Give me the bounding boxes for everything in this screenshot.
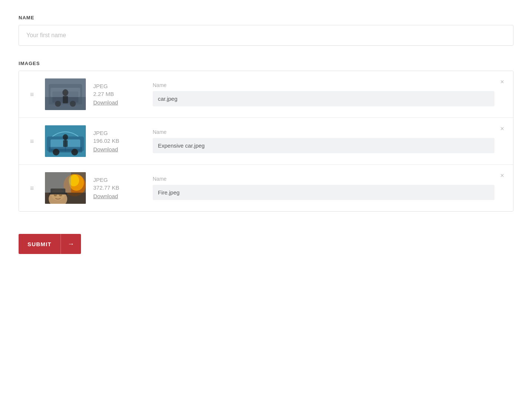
image-meta: JPEG 196.02 KB Download <box>93 130 142 153</box>
drag-handle[interactable]: ≡ <box>19 138 45 145</box>
field-label: Name <box>153 82 494 88</box>
image-meta: JPEG 2.27 MB Download <box>93 83 142 106</box>
remove-button[interactable]: × <box>499 77 506 87</box>
image-size: 2.27 MB <box>93 91 142 97</box>
download-button[interactable]: Download <box>93 99 118 106</box>
name-input[interactable] <box>19 25 513 46</box>
filename-input[interactable] <box>153 185 494 200</box>
svg-point-29 <box>59 194 62 196</box>
images-section-label: IMAGES <box>19 61 513 66</box>
field-label: Name <box>153 129 494 135</box>
drag-icon: ≡ <box>30 185 34 192</box>
image-type: JPEG <box>93 83 142 89</box>
svg-rect-27 <box>49 193 67 194</box>
download-button[interactable]: Download <box>93 193 118 199</box>
drag-handle[interactable]: ≡ <box>19 185 45 192</box>
field-label: Name <box>153 176 494 182</box>
svg-rect-8 <box>63 96 68 103</box>
thumbnail-image <box>45 172 86 204</box>
image-thumbnail <box>45 78 86 110</box>
name-section-label: NAME <box>19 15 513 20</box>
svg-point-7 <box>62 89 68 96</box>
submit-arrow-icon: → <box>61 240 81 248</box>
image-thumbnail <box>45 125 86 157</box>
image-fields: Name <box>153 82 513 106</box>
image-size: 372.77 KB <box>93 184 142 191</box>
svg-point-16 <box>63 134 68 140</box>
download-button[interactable]: Download <box>93 146 118 152</box>
drag-icon: ≡ <box>30 138 34 145</box>
svg-rect-17 <box>63 140 68 147</box>
remove-button[interactable]: × <box>499 171 506 180</box>
drag-handle[interactable]: ≡ <box>19 91 45 98</box>
svg-point-28 <box>54 194 57 196</box>
images-section: IMAGES ≡ <box>19 61 513 212</box>
table-row: ≡ <box>19 165 513 211</box>
images-table: ≡ JPEG 2.27 MB Downl <box>19 71 513 212</box>
drag-icon: ≡ <box>30 91 34 98</box>
image-meta: JPEG 372.77 KB Download <box>93 177 142 200</box>
filename-input[interactable] <box>153 91 494 106</box>
svg-point-15 <box>71 149 78 155</box>
filename-input[interactable] <box>153 138 494 153</box>
table-row: ≡ JPEG 2.27 MB Downl <box>19 71 513 118</box>
image-fields: Name <box>153 129 513 153</box>
image-fields: Name <box>153 176 513 200</box>
remove-button[interactable]: × <box>499 124 506 133</box>
thumbnail-image <box>45 125 86 157</box>
table-row: ≡ J <box>19 118 513 165</box>
name-section: NAME <box>19 15 513 61</box>
image-type: JPEG <box>93 130 142 136</box>
image-type: JPEG <box>93 177 142 183</box>
submit-label: SUBMIT <box>19 241 61 247</box>
image-thumbnail <box>45 172 86 204</box>
thumbnail-image <box>45 78 86 110</box>
submit-button[interactable]: SUBMIT → <box>19 234 81 254</box>
image-size: 196.02 KB <box>93 138 142 144</box>
svg-point-14 <box>53 149 59 155</box>
